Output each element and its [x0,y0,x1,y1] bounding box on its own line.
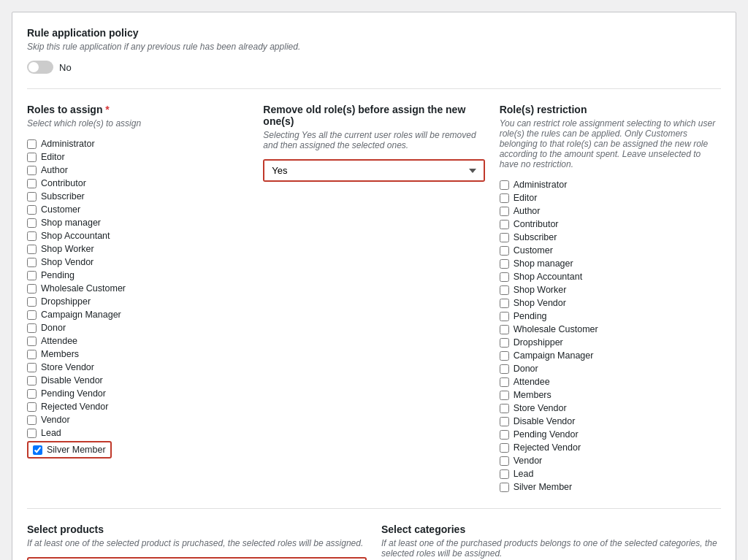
role-label: Store Vendor [41,362,94,372]
rule-application-policy-section: Rule application policy Skip this rule a… [27,27,721,89]
restriction-role-checkbox[interactable] [500,220,509,229]
role-checkbox[interactable] [27,245,37,254]
list-item: Lead [500,467,721,480]
list-item: Shop Worker [27,242,248,256]
role-checkbox[interactable] [27,402,37,412]
role-checkbox[interactable] [27,376,37,386]
restriction-role-checkbox[interactable] [500,180,509,190]
role-checkbox[interactable] [27,179,37,188]
role-checkbox[interactable] [27,218,37,228]
restriction-role-checkbox[interactable] [500,377,509,387]
restriction-role-label: Attendee [514,377,550,387]
role-checkbox[interactable] [27,153,37,162]
rule-application-policy-title: Rule application policy [27,27,721,39]
remove-old-roles-dropdown[interactable]: YesNo [264,161,483,180]
remove-old-roles-subtitle: Selecting Yes all the current user roles… [263,130,484,150]
list-item: Silver Member [27,440,248,460]
list-item: Shop manager [27,216,248,229]
list-item: Rejected Vendor [500,441,721,454]
restriction-role-checkbox[interactable] [500,207,509,216]
restriction-role-checkbox[interactable] [500,233,509,242]
role-checkbox[interactable] [27,297,37,307]
list-item: Store Vendor [27,361,248,374]
restriction-role-checkbox[interactable] [500,456,509,466]
role-label: Customer [41,204,80,215]
list-item: Attendee [27,334,248,348]
role-checkbox[interactable] [27,284,37,294]
list-item: Pending [27,269,248,282]
select-categories-subtitle: If at least one of the purchased product… [381,538,721,559]
role-checkbox[interactable] [27,429,37,438]
list-item: Customer [500,244,721,257]
restriction-role-checkbox[interactable] [500,417,509,426]
role-checkbox[interactable] [27,205,37,215]
restriction-role-checkbox[interactable] [500,364,509,374]
restriction-role-checkbox[interactable] [500,246,509,256]
list-item: Disable Vendor [500,415,721,428]
restriction-role-label: Shop Worker [514,285,567,295]
role-checkbox[interactable] [27,258,37,267]
role-label: Shop Vendor [41,257,94,267]
role-checkbox[interactable] [27,139,37,149]
restriction-role-checkbox[interactable] [500,483,509,492]
role-label: Campaign Manager [41,310,121,320]
restriction-role-label: Shop Vendor [514,298,566,308]
restriction-role-checkbox[interactable] [500,312,509,321]
role-label: Shop manager [41,218,101,228]
role-checkbox-silver-member[interactable] [33,445,42,455]
rule-policy-toggle[interactable] [27,61,53,74]
restriction-role-label: Dropshipper [514,337,563,348]
list-item: Vendor [500,454,721,467]
restriction-role-checkbox[interactable] [500,469,509,479]
list-item: Editor [27,150,248,164]
list-item: Administrator [27,137,248,150]
restriction-role-checkbox[interactable] [500,430,509,440]
list-item: Dropshipper [500,336,721,349]
role-checkbox[interactable] [27,310,37,320]
list-item: Contributor [500,218,721,231]
restriction-role-label: Pending [514,311,547,321]
role-checkbox[interactable] [27,415,37,425]
list-item: Pending [500,310,721,323]
role-label: Dropshipper [41,296,91,307]
restriction-role-checkbox[interactable] [500,404,509,413]
role-checkbox[interactable] [27,350,37,359]
list-item: Pending Vendor [500,428,721,441]
list-item: Donor [27,321,248,334]
restriction-role-checkbox[interactable] [500,193,509,203]
role-checkbox[interactable] [27,389,37,399]
remove-old-roles-dropdown-wrapper[interactable]: YesNo [263,159,484,182]
role-checkbox[interactable] [27,271,37,280]
list-item: Author [500,204,721,218]
role-checkbox[interactable] [27,231,37,241]
list-item: Customer [27,203,248,216]
role-label: Editor [41,152,65,162]
restriction-role-checkbox[interactable] [500,391,509,400]
restriction-role-checkbox[interactable] [500,259,509,269]
rule-application-policy-subtitle: Skip this rule application if any previo… [27,42,721,52]
list-item: Campaign Manager [500,349,721,362]
role-checkbox[interactable] [27,363,37,372]
roles-restriction-section: Role(s) restriction You can restrict rol… [500,104,721,494]
role-label: Shop Worker [41,244,94,254]
restriction-role-checkbox[interactable] [500,272,509,282]
role-label: Author [41,165,68,175]
restriction-role-checkbox[interactable] [500,325,509,334]
restriction-role-label: Pending Vendor [514,429,579,440]
restriction-role-checkbox[interactable] [500,443,509,453]
restriction-role-checkbox[interactable] [500,285,509,295]
restriction-role-checkbox[interactable] [500,299,509,308]
list-item: Shop manager [500,257,721,270]
products-tag-input-wrapper[interactable]: × Silver Plan [27,557,367,560]
roles-restriction-list: AdministratorEditorAuthorContributorSubs… [500,178,721,494]
list-item: Shop Accountant [27,229,248,242]
restriction-role-checkbox[interactable] [500,351,509,361]
list-item: Donor [500,362,721,375]
role-label: Pending Vendor [41,388,106,399]
role-checkbox[interactable] [27,166,37,175]
restriction-role-checkbox[interactable] [500,338,509,348]
role-label: Donor [41,323,66,333]
role-checkbox[interactable] [27,192,37,202]
role-checkbox[interactable] [27,337,37,346]
role-checkbox[interactable] [27,323,37,333]
